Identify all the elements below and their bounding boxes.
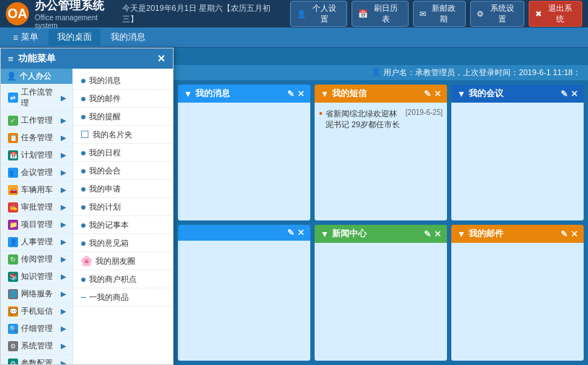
sidebar-item-meeting[interactable]: 👥 会议管理 ▶ [1,164,72,181]
sidebar-item-sms[interactable]: 💬 手机短信 ▶ [1,303,72,320]
panel-news-header: ▼ 新闻中心 ✎ ✕ [315,225,447,243]
panel-empty-header: ✎ ✕ [178,225,310,241]
sidebar-right-item-goods[interactable]: − 一我的商品 [73,288,173,306]
sms-item-text: 省新闻综北绿欢迎林泥书记 29岁都任市长 [325,108,403,130]
header: OA 办公管理系统 Office management system 今天是20… [0,0,588,27]
arrow-icon: ▶ [61,325,67,332]
refresh-calendar-button[interactable]: 📅 刷日历表 [351,1,409,27]
sidebar-close-button[interactable]: ✕ [157,53,166,64]
edit-icon[interactable]: ✎ [424,229,431,239]
close-icon[interactable]: ✕ [297,228,304,238]
edit-icon[interactable]: ✎ [561,229,568,239]
app-main-title: 办公管理系统 [35,0,122,14]
sidebar-right-item-mail[interactable]: ● 我的邮件 [73,90,173,108]
sidebar-right-item-reminder[interactable]: ● 我的提醒 [73,108,173,126]
panel-my-meeting-title: ▼ 我的会议 [457,87,503,100]
arrow-icon: ▶ [61,342,67,350]
sidebar-right-item-friendcircle[interactable]: 🌸 我的朋友圈 [73,252,173,270]
sidebar-item-circulate[interactable]: ↻ 传阅管理 ▶ [1,251,72,268]
close-icon[interactable]: ✕ [571,229,578,239]
content-area: 👤 用户名：承教管理员，上次登录时间：2019-6-1 11:18： ▼ 我的消… [174,48,588,365]
edit-icon[interactable]: ✎ [424,89,431,99]
edit-icon[interactable]: ✎ [287,89,294,99]
app-sub-title: Office management system [35,14,122,30]
bullet-icon: ● [80,74,86,86]
arrow-icon: ▶ [61,203,67,211]
nav-menu[interactable]: ≡ 菜单 [4,29,47,46]
personal-settings-button[interactable]: 👤 个人设置 [290,1,347,27]
sidebar-right-item-messages[interactable]: ● 我的消息 [73,72,173,90]
sidebar-item-hr[interactable]: 👤 人事管理 ▶ [1,233,72,251]
nav-messages[interactable]: 我的消息 [102,29,154,46]
knowledge-icon: 📚 [8,272,18,282]
logout-button[interactable]: ✖ 退出系统 [529,1,582,27]
sidebar-right-item-notebook[interactable]: ● 我的记事本 [73,216,173,234]
sidebar-item-car[interactable]: 🚗 车辆用车 ▶ [1,181,72,199]
bullet-icon: ● [80,201,86,212]
panel-my-mail-header: ▼ 我的邮件 ✎ ✕ [451,225,584,243]
close-icon[interactable]: ✕ [434,229,441,239]
sidebar-right-item-suggestion[interactable]: ● 我的意见箱 [73,234,173,252]
task-icon: 📋 [8,133,18,143]
exit-icon: ✖ [535,9,542,19]
sidebar-right-item-merchant[interactable]: ● 我的商户积点 [73,270,173,288]
arrow-icon: ▶ [61,307,67,315]
network-icon: 🌐 [8,289,18,299]
sidebar-item-detail[interactable]: 🔍 仔细管理 ▶ [1,320,72,338]
sidebar-item-task[interactable]: 📋 任务管理 ▶ [1,129,72,147]
edit-icon[interactable]: ✎ [561,89,568,99]
arrow-icon: ▶ [61,168,67,176]
sidebar-item-network[interactable]: 🌐 网络服务 ▶ [1,285,72,303]
bullet-icon: − [80,291,86,303]
close-icon[interactable]: ✕ [434,89,441,99]
panel-empty-body [178,241,310,361]
close-icon[interactable]: ✕ [571,89,578,99]
bullet-icon: ● [80,237,86,249]
sidebar-item-plan[interactable]: 📅 计划管理 ▶ [1,147,72,164]
panel-my-messages: ▼ 我的消息 ✎ ✕ [178,85,310,220]
hr-icon: 👤 [8,237,18,247]
sidebar-item-knowledge[interactable]: 📚 知识管理 ▶ [1,268,72,285]
panel-my-meeting-header: ▼ 我的会议 ✎ ✕ [451,85,584,103]
arrow-icon: ▶ [61,359,67,364]
sidebar-right-item-meeting[interactable]: ● 我的会合 [73,162,173,180]
panel-my-mail: ▼ 我的邮件 ✎ ✕ [451,225,584,361]
work-icon: ✓ [8,116,18,126]
close-icon[interactable]: ✕ [297,89,304,99]
sms-item-0: • 省新闻综北绿欢迎林泥书记 29岁都任市长 [2019-6-25] [319,107,443,132]
panel-my-sms-actions: ✎ ✕ [424,89,441,99]
circulate-icon: ↻ [8,254,18,265]
sidebar-item-workflow[interactable]: ⇄ 工作流管理 ▶ [1,84,72,112]
detail-icon: 🔍 [8,324,18,334]
sidebar-item-work[interactable]: ✓ 工作管理 ▶ [1,112,72,129]
panel-my-meeting-body [451,103,584,220]
car-icon: 🚗 [8,185,18,195]
sidebar-right-item-apply[interactable]: ● 我的申请 [73,180,173,198]
dot-icon: • [319,108,323,119]
bullet-icon-checkbox: ☐ [80,129,90,140]
sidebar-right-item-schedule[interactable]: ● 我的日程 [73,144,173,162]
nav-desktop[interactable]: 我的桌面 [48,29,101,46]
sidebar-item-config[interactable]: ⚙ 参数配置 ▶ [1,355,72,364]
menu-icon: ≡ [13,33,18,43]
sidebar-item-approve[interactable]: ✍ 审批管理 ▶ [1,199,72,216]
arrow-icon: ▶ [61,186,67,194]
sidebar-item-system[interactable]: ⚙ 系统管理 ▶ [1,338,72,355]
panel-my-messages-title: ▼ 我的消息 [184,87,230,100]
sidebar-right-item-cardcase[interactable]: ☐ 我的名片夹 [73,126,173,144]
system-settings-button[interactable]: ⚙ 系统设置 [470,1,524,27]
sidebar-right-item-plan[interactable]: ● 我的计划 [73,198,173,216]
panel-my-messages-actions: ✎ ✕ [287,89,304,99]
sidebar-left: 👤 个人办公 ⇄ 工作流管理 ▶ ✓ 工作管理 ▶ 📋 任务管理 ▶ [1,69,73,364]
panel-my-sms-title: ▼ 我的短信 [320,87,367,100]
panel-my-meeting-actions: ✎ ✕ [561,89,578,99]
sidebar-item-project[interactable]: 📁 项目管理 ▶ [1,216,72,233]
edit-icon[interactable]: ✎ [287,228,294,238]
bullet-icon: ● [80,111,86,122]
triangle-icon: ▼ [320,89,329,99]
meeting-icon: 👥 [8,168,18,178]
new-mail-button[interactable]: ✉ 新邮政期 [413,1,466,27]
sidebar-menu-icon: ≡ [8,53,14,64]
panel-my-sms: ▼ 我的短信 ✎ ✕ • 省新闻综北绿欢迎林泥书记 29岁都任市长 [2019-… [315,85,447,220]
flow-icon: ⇄ [8,93,18,103]
